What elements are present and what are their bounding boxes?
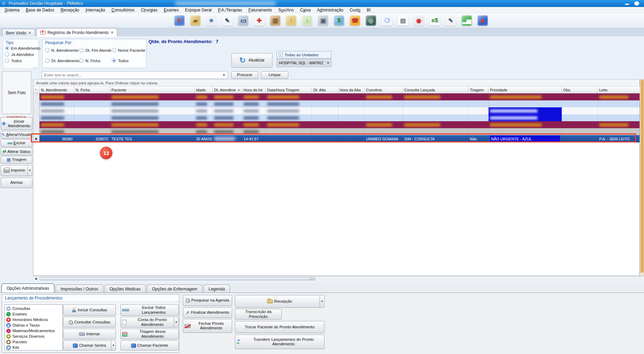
column-header-prioridade[interactable]: Prioridade (489, 87, 562, 93)
stats-chart-icon[interactable]: ▂▅ (461, 15, 472, 26)
search-input[interactable] (44, 73, 211, 77)
column-header-triagem_dh[interactable]: Data/Hora Triagem (266, 87, 312, 93)
procurar-button[interactable]: Procurar (231, 71, 258, 79)
procedure-servicos-diversos[interactable]: ✳Serviços Diversos (6, 334, 61, 339)
radio-dt-atendimento[interactable]: Dt. Atendimento (45, 58, 80, 63)
pesquisar-agenda-button[interactable]: Pesquisar na Agenda (183, 295, 232, 306)
prescription-icon[interactable]: ✎ (222, 15, 232, 26)
procedure-kits[interactable]: Kits (6, 345, 61, 350)
radio-todos-pesquisar[interactable]: Todos (112, 58, 129, 63)
menu-bi[interactable]: BI (364, 7, 374, 13)
table-row-redacted[interactable] (33, 121, 639, 128)
column-header-convenio[interactable]: Convênio (365, 87, 403, 93)
doctor-icon[interactable]: ☻ (206, 15, 217, 26)
tab-bem-vindo[interactable]: Bem Vindo ✕ (2, 29, 35, 36)
radio-ja-atendidos[interactable]: Já Atendidos (5, 52, 34, 57)
trocar-paciente-button[interactable]: Trocar Paciente do Pronto Atendimento (235, 321, 324, 333)
table-row-redacted[interactable] (33, 100, 639, 107)
procedure-materias-medicamentos[interactable]: •Materias/Medicamentos (6, 328, 61, 334)
radio-todos-tipo[interactable]: Todos (5, 58, 22, 63)
triagem-button[interactable]: ▦ Triagem (1, 156, 32, 164)
chamar-paciente-button[interactable]: Chamar Paciente (120, 340, 179, 351)
procedure-pacotes[interactable]: Pacotes (6, 339, 61, 345)
table-row-redacted[interactable] (33, 107, 639, 114)
menu-cirurgias[interactable]: Cirurgias (138, 7, 161, 13)
procedure-diarias-e-taxas[interactable]: ▦Diárias e Taxas (6, 322, 61, 328)
horizontal-scrollbar-thumb[interactable] (40, 277, 315, 280)
documents-pen-icon[interactable]: ✎ (446, 15, 456, 26)
menu-caixa[interactable]: Caixa (297, 7, 314, 13)
manual-cd-icon[interactable]: ◎ (366, 15, 376, 26)
scroll-left-arrow-icon[interactable]: ◀ (33, 277, 39, 280)
transferir-lancamentos-button[interactable]: Transferir Lançamentos do Pronto Atendim… (235, 335, 324, 349)
chevron-down-icon[interactable]: ▼ (222, 73, 226, 77)
users-figure-icon[interactable]: ♟ (477, 15, 488, 26)
column-header-leito[interactable]: Leito (598, 87, 640, 93)
menu-consultorios[interactable]: Consultórios (108, 7, 138, 13)
tab-impressoes-outros[interactable]: Impressões / Outros (56, 285, 103, 293)
menu-custo[interactable]: Custo (346, 7, 363, 13)
column-header-triagem[interactable]: Triagem (468, 87, 489, 93)
todas-unidades-checkbox[interactable]: ✓ Todas as Unidades (277, 51, 331, 58)
iniciar-atendimento-button[interactable]: ✚ Iniciar Atendimento (1, 117, 32, 130)
menu-estoque-geral[interactable]: Estoque Geral (182, 7, 215, 13)
menu-base-de-dados[interactable]: Base de Dados (23, 7, 57, 13)
chat-bubble-icon[interactable]: ❍ (382, 15, 392, 26)
window-control-button[interactable] (634, 1, 639, 6)
tab-opcoes-medicas[interactable]: Opções Médicas (104, 285, 146, 293)
horizontal-scrollbar[interactable]: ◀ (33, 276, 644, 281)
atualizar-button[interactable]: ↻ Atualizar (231, 53, 272, 68)
phone-book-icon[interactable]: ☎ (350, 15, 360, 26)
column-header-hora_alta[interactable]: Hora da Alta (338, 87, 365, 93)
fechar-pronto-atendimento-button[interactable]: Fechar Pronto Atendimento (183, 319, 232, 333)
incluir-consultas-button[interactable]: Incluir Consultas (63, 304, 116, 316)
procedure-consultas[interactable]: ☻Consultas (6, 306, 61, 311)
excluir-button[interactable]: Excluir (1, 139, 32, 147)
revenue-out-icon[interactable]: ↓ (302, 15, 312, 26)
e-invoice-icon[interactable]: e$ (430, 15, 440, 26)
safe-icon[interactable]: ▣ (318, 15, 328, 26)
radio-dt-fim-atendimento[interactable]: Dt. Fim Atendime (79, 48, 111, 52)
menu-sus-ans[interactable]: Sus/Ans (275, 7, 297, 13)
menu-p-a-terapias[interactable]: P.A./Terapias (215, 7, 245, 13)
tab-opcoes-enfermagem[interactable]: Opções de Enfermagem (147, 285, 202, 293)
tab-close-icon[interactable]: ✕ (111, 31, 113, 34)
procedure-exames[interactable]: ~Exames (6, 311, 61, 317)
alterar-status-button[interactable]: ⇄ Alterar Status (1, 148, 32, 155)
refresh-patient-icon[interactable]: ↻ (174, 15, 185, 26)
column-header-idade[interactable]: Idade (195, 87, 213, 93)
chamar-senha-dropdown-arrow[interactable]: ▼ (111, 341, 116, 350)
window-minimize-button[interactable]: ▬ (624, 1, 630, 6)
column-header-n_atendimento[interactable]: N. Atendimento (40, 87, 74, 93)
unit-select[interactable]: HOSPITAL SQL - MATRIZ ▼ (277, 59, 331, 67)
tab-legenda[interactable]: Legenda (203, 285, 230, 293)
column-header-consulta_lancada[interactable]: Consulta Lançada (403, 87, 468, 93)
grid-corner-cell[interactable]: ✳ (33, 87, 40, 93)
imprimir-button[interactable]: Imprimir ▼ (1, 165, 32, 176)
internar-button[interactable]: Internar (63, 329, 116, 339)
menu-sistema[interactable]: Sistema (1, 7, 23, 13)
finalizar-atendimento-button[interactable]: ➚ Finalizar Atendimento (183, 307, 232, 318)
radio-nome-paciente[interactable]: Nome Paciente (112, 48, 145, 52)
column-header-obs[interactable]: Obs. (562, 87, 598, 93)
consultar-consultas-button[interactable]: Consultar Consultas (63, 317, 116, 328)
radio-em-atendimento[interactable]: Em Atendimento (5, 46, 40, 50)
transcricao-prescricao-button[interactable]: Transcrição da Prescrição (235, 309, 282, 320)
conta-pronto-atendimento-button[interactable]: Conta do Pronto Atendimento ▼ (120, 317, 179, 328)
menu-internacao[interactable]: Internação (82, 7, 108, 13)
ambulance-icon[interactable]: ✚ (254, 15, 264, 26)
hospital-bed-icon[interactable]: ▭ (238, 15, 248, 26)
conta-dropdown-arrow[interactable]: ▼ (174, 317, 178, 327)
alterar-visualizar-button[interactable]: ✎ Alterar/Visuali. (1, 131, 32, 139)
supplies-box-icon[interactable]: ▥ (270, 15, 280, 26)
column-header-n_ficha[interactable]: N. Ficha (74, 87, 110, 93)
report-icon[interactable]: ▤ (398, 15, 408, 26)
menu-exames[interactable]: Exames (161, 7, 182, 13)
imprimir-dropdown-arrow[interactable]: ▼ (27, 165, 32, 176)
procedure-honorarios-medicos[interactable]: ✚Honorários Médicos (6, 317, 61, 322)
radio-n-ficha[interactable]: N. Ficha (79, 58, 100, 63)
triagem-desse-atendimento-button[interactable]: Triagem desse Atendimento (120, 329, 179, 339)
table-row-redacted[interactable] (33, 114, 639, 121)
revenue-in-icon[interactable]: ↑ (286, 15, 296, 26)
recepcao-button[interactable]: Recepção ▼ (235, 295, 324, 308)
